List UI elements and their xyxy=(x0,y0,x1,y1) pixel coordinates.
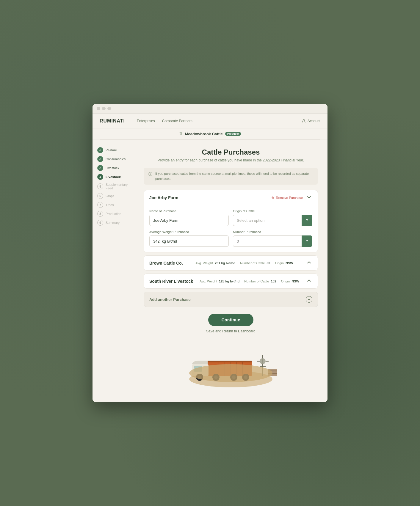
switch-icon: ⇅ xyxy=(179,131,183,136)
sidebar-number-label-5: 5 xyxy=(99,185,101,188)
purchase-3-number: Number of Cattle 102 xyxy=(244,279,276,283)
purchase-card-1-header: Joe Arby Farm 🗑 Remove Purchase xyxy=(144,190,318,205)
sidebar-label-6: Crops xyxy=(106,194,114,198)
nav-account[interactable]: Account xyxy=(302,119,320,123)
illustration-container xyxy=(183,340,278,388)
sidebar-number-label-7: 7 xyxy=(99,203,101,207)
sidebar-item-supplementary[interactable]: 5 Supplementary Feed xyxy=(97,181,129,191)
app-window: RUMINATI Enterprises Corporate Partners … xyxy=(93,104,327,402)
sidebar-number-label-9: 9 xyxy=(99,221,101,224)
chevron-up-icon-2 xyxy=(307,260,311,265)
chrome-dot-yellow xyxy=(102,107,106,110)
window-chrome xyxy=(93,104,327,114)
nav-links: Enterprises Corporate Partners xyxy=(137,119,302,123)
sidebar-label-1: Pasture xyxy=(106,148,117,152)
purchase-2-meta: Avg. Weight 201 kg lwt/hd Number of Catt… xyxy=(195,261,293,265)
sidebar-item-trees[interactable]: 7 Trees xyxy=(97,200,129,209)
purchase-3-meta: Avg. Weight 128 kg lwt/hd Number of Catt… xyxy=(200,279,299,283)
sidebar-number-4: 4 xyxy=(97,174,103,180)
origin-label: Origin of Cattle xyxy=(233,209,312,213)
sidebar-number-3: ✓ xyxy=(97,165,103,171)
sidebar-item-crops[interactable]: 6 Crops xyxy=(97,191,129,200)
main-layout: ✓ Pasture ✓ Consumables ✓ Livestock xyxy=(93,140,327,402)
collapse-purchase-2-button[interactable] xyxy=(306,260,312,266)
purchase-card-3: South River Livestock Avg. Weight 128 kg… xyxy=(144,274,318,289)
collapse-purchase-1-button[interactable] xyxy=(306,194,312,201)
sidebar-label-7: Trees xyxy=(106,203,114,207)
origin-select-wrapper: Select an option NSW VIC QLD SA WA ? xyxy=(233,215,312,226)
form-group-weight: Average Weight Purchased xyxy=(149,230,229,247)
nav-corporate-partners[interactable]: Corporate Partners xyxy=(162,119,192,123)
sidebar-number-2: ✓ xyxy=(97,156,103,162)
save-dashboard-link[interactable]: Save and Return to Dashboard xyxy=(144,329,318,333)
purchase-3-weight: Avg. Weight 128 kg lwt/hd xyxy=(200,279,239,283)
info-icon: ⓘ xyxy=(148,172,152,177)
svg-point-0 xyxy=(303,119,304,121)
purchase-card-1-body: Name of Purchase Origin of Cattle Select… xyxy=(144,205,318,252)
sidebar-item-consumables[interactable]: ✓ Consumables xyxy=(97,155,129,164)
purchase-2-origin: Origin NSW xyxy=(275,261,293,265)
ground-oval xyxy=(189,364,272,382)
app-logo: RUMINATI xyxy=(100,118,125,124)
sidebar-item-summary[interactable]: 9 Summary xyxy=(97,218,129,227)
sidebar-item-livestock-2[interactable]: 4 Livestock xyxy=(97,172,129,181)
add-purchase-card[interactable]: Add another Purchase + xyxy=(144,292,318,307)
sidebar-label-2: Consumables xyxy=(106,157,126,161)
sidebar-number-1: ✓ xyxy=(97,147,103,153)
number-label: Number Purchased xyxy=(233,230,312,234)
nav-enterprises[interactable]: Enterprises xyxy=(137,119,155,123)
chevron-up-icon-3 xyxy=(307,279,311,283)
add-icon: + xyxy=(306,296,312,303)
chrome-dot-red xyxy=(97,107,100,110)
sidebar-number-7: 7 xyxy=(97,202,103,208)
sidebar-label-9: Summary xyxy=(106,221,120,224)
origin-help-button[interactable]: ? xyxy=(302,215,312,226)
add-purchase-label: Add another Purchase xyxy=(149,297,191,302)
weight-input[interactable] xyxy=(149,235,229,247)
purchase-2-weight: Avg. Weight 201 kg lwt/hd xyxy=(195,261,235,265)
origin-select[interactable]: Select an option NSW VIC QLD SA WA xyxy=(233,215,302,226)
check-icon-2: ✓ xyxy=(99,158,101,161)
sidebar-number-6: 6 xyxy=(97,193,103,199)
farm-name: Meadowbrook Cattle xyxy=(185,132,223,136)
purchase-2-number: Number of Cattle 89 xyxy=(240,261,270,265)
form-row-1a: Name of Purchase Origin of Cattle Select… xyxy=(149,209,312,226)
sidebar-number-label-4: 4 xyxy=(99,175,101,179)
weight-label: Average Weight Purchased xyxy=(149,230,229,234)
continue-button[interactable]: Continue xyxy=(208,314,253,326)
collapse-purchase-3-button[interactable] xyxy=(306,278,312,284)
page-subtitle: Provide an entry for each purchase of ca… xyxy=(144,158,318,162)
name-input[interactable] xyxy=(149,215,229,226)
chrome-dot-green xyxy=(107,107,111,110)
sidebar-item-pasture[interactable]: ✓ Pasture xyxy=(97,146,129,155)
info-box: ⓘ If you purchased cattle from the same … xyxy=(144,168,318,185)
sidebar-item-production[interactable]: 8 Production xyxy=(97,209,129,218)
number-help-button[interactable]: ? xyxy=(302,235,312,247)
purchase-2-name: Brown Cattle Co. xyxy=(149,261,183,265)
sidebar-item-livestock-1[interactable]: ✓ Livestock xyxy=(97,164,129,172)
remove-purchase-1-button[interactable]: 🗑 Remove Purchase xyxy=(271,196,303,199)
info-text: If you purchased cattle from the same so… xyxy=(155,171,313,181)
form-group-name: Name of Purchase xyxy=(149,209,229,226)
sidebar-label-5: Supplementary Feed xyxy=(106,183,129,190)
number-input[interactable] xyxy=(233,235,302,247)
form-group-number: Number Purchased ? xyxy=(233,230,312,247)
top-nav: RUMINATI Enterprises Corporate Partners … xyxy=(93,114,327,128)
check-icon-1: ✓ xyxy=(99,149,101,152)
purchase-3-name: South River Livestock xyxy=(149,279,193,284)
chevron-down-icon-1 xyxy=(307,195,311,199)
sidebar-number-9: 9 xyxy=(97,220,103,226)
number-input-wrapper: ? xyxy=(233,235,312,247)
purchase-card-1: Joe Arby Farm 🗑 Remove Purchase xyxy=(144,190,318,252)
sidebar-number-8: 8 xyxy=(97,211,103,217)
name-label: Name of Purchase xyxy=(149,209,229,213)
remove-label-1: Remove Purchase xyxy=(276,196,303,199)
purchase-card-2: Brown Cattle Co. Avg. Weight 201 kg lwt/… xyxy=(144,255,318,271)
farm-illustration xyxy=(144,340,318,394)
account-icon xyxy=(302,119,306,123)
form-row-1b: Average Weight Purchased Number Purchase… xyxy=(149,230,312,247)
sidebar-number-5: 5 xyxy=(97,183,103,189)
producer-badge: Producer xyxy=(225,132,241,136)
account-label: Account xyxy=(308,119,320,123)
purchase-1-name: Joe Arby Farm xyxy=(149,195,178,200)
